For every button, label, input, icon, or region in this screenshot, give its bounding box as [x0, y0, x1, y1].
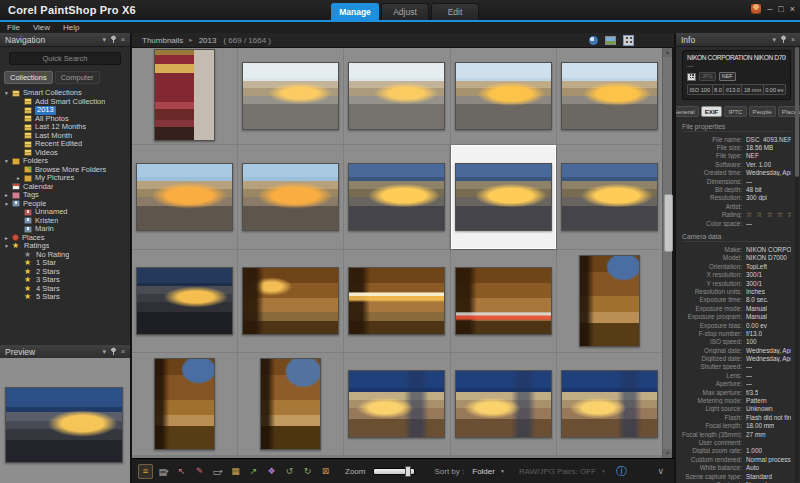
- nav-tree-item[interactable]: 2013: [0, 106, 130, 115]
- expander-icon[interactable]: [5, 242, 12, 251]
- nav-tree-item[interactable]: 5 Stars: [0, 293, 130, 302]
- info-scrollbar[interactable]: [795, 47, 799, 482]
- nav-tree-item[interactable]: Ratings: [0, 242, 130, 251]
- close-icon[interactable]: ×: [121, 348, 125, 356]
- palette-menu-icon[interactable]: ▤▾: [156, 464, 171, 479]
- thumbnail-cell[interactable]: [132, 48, 237, 144]
- nav-tab-computer[interactable]: Computer: [55, 71, 100, 84]
- info-help-icon[interactable]: ⓘ: [616, 464, 627, 478]
- photo-thumbnail[interactable]: [136, 267, 233, 335]
- thumbnail-cell[interactable]: [238, 250, 343, 352]
- expander-icon[interactable]: [5, 157, 12, 166]
- photo-thumbnail[interactable]: [136, 163, 233, 231]
- panel-menu-icon[interactable]: ▾: [102, 36, 106, 44]
- preview-mode-icon[interactable]: [605, 36, 616, 45]
- thumbnail-cell[interactable]: [344, 145, 449, 249]
- panel-menu-icon[interactable]: ▾: [772, 36, 776, 44]
- photo-thumbnail[interactable]: [242, 267, 339, 335]
- thumbnail-cell[interactable]: [451, 48, 556, 144]
- thumbnail-cell[interactable]: [344, 48, 449, 144]
- thumbnail-cell[interactable]: [132, 145, 237, 249]
- photo-thumbnail[interactable]: [561, 163, 658, 231]
- collapse-toolbar-icon[interactable]: ∨: [657, 466, 664, 476]
- photo-thumbnail[interactable]: [348, 62, 445, 130]
- breadcrumb-view[interactable]: Thumbnails: [142, 36, 183, 45]
- nav-tree-item[interactable]: Tags: [0, 191, 130, 200]
- expander-icon[interactable]: [5, 89, 12, 98]
- photo-thumbnail[interactable]: [579, 255, 640, 347]
- rotate-left-icon[interactable]: ↺: [282, 464, 297, 479]
- thumbnail-cell[interactable]: [344, 250, 449, 352]
- photo-thumbnail[interactable]: [154, 49, 215, 141]
- photo-thumbnail[interactable]: [561, 62, 658, 130]
- zoom-slider-thumb[interactable]: [405, 466, 411, 477]
- photo-thumbnail[interactable]: [561, 370, 658, 438]
- panel-menu-icon[interactable]: ▾: [102, 348, 106, 356]
- info-tab-exif[interactable]: EXIF: [701, 106, 723, 117]
- menu-file[interactable]: File: [7, 23, 20, 32]
- nav-tree-item[interactable]: 2 Stars: [0, 268, 130, 277]
- brush-tool-icon[interactable]: ✎: [192, 464, 207, 479]
- nav-tree-item[interactable]: Unnamed: [0, 208, 130, 217]
- pin-icon[interactable]: [110, 35, 117, 44]
- thumbnail-cell[interactable]: [344, 353, 449, 455]
- grid-scrollbar[interactable]: ▲ ▼: [662, 48, 672, 458]
- nav-tree-item[interactable]: All Photos: [0, 115, 130, 124]
- scrollbar-thumb[interactable]: [664, 194, 673, 252]
- preview-image-icon[interactable]: ▭▾: [210, 464, 225, 479]
- photo-thumbnail[interactable]: [348, 163, 445, 231]
- menu-view[interactable]: View: [33, 23, 50, 32]
- thumbnail-grid-icon[interactable]: [623, 35, 634, 46]
- photo-thumbnail[interactable]: [455, 62, 552, 130]
- nav-tree-item[interactable]: Add Smart Collection: [0, 98, 130, 107]
- map-view-icon[interactable]: [589, 36, 598, 45]
- close-icon[interactable]: ×: [121, 36, 125, 44]
- photo-thumbnail[interactable]: [455, 370, 552, 438]
- photo-thumbnail[interactable]: [455, 267, 552, 335]
- menu-help[interactable]: Help: [63, 23, 79, 32]
- nav-tree-item[interactable]: Places: [0, 234, 130, 243]
- nav-tree-item[interactable]: Smart Collections: [0, 89, 130, 98]
- breadcrumb-folder[interactable]: 2013: [199, 36, 217, 45]
- thumbnail-cell[interactable]: [132, 353, 237, 455]
- sort-by-dropdown[interactable]: Folder: [472, 467, 495, 476]
- pick-tool-icon[interactable]: ↖: [174, 464, 189, 479]
- nav-tree-item[interactable]: Marin: [0, 225, 130, 234]
- thumbnail-cell-selected[interactable]: [451, 145, 556, 249]
- thumbnail-cell[interactable]: [451, 250, 556, 352]
- info-tab-general[interactable]: General: [676, 106, 699, 117]
- thumbnail-cell[interactable]: [238, 353, 343, 455]
- expander-icon[interactable]: [5, 191, 12, 200]
- photo-thumbnail[interactable]: [242, 62, 339, 130]
- nav-tree-item[interactable]: 3 Stars: [0, 276, 130, 285]
- photo-thumbnail[interactable]: [260, 358, 321, 450]
- thumbnail-cell[interactable]: [557, 353, 662, 455]
- thumbnail-cell[interactable]: [451, 353, 556, 455]
- share-icon[interactable]: ↗: [246, 464, 261, 479]
- scroll-down-icon[interactable]: ▼: [663, 449, 672, 458]
- edit-photo-icon[interactable]: ▦: [228, 464, 243, 479]
- nav-tree-item[interactable]: Folders: [0, 157, 130, 166]
- zoom-slider[interactable]: [373, 468, 415, 475]
- workspace-tab-edit[interactable]: Edit: [431, 3, 479, 21]
- thumbnail-cell[interactable]: [132, 250, 237, 352]
- photo-thumbnail[interactable]: [455, 163, 552, 231]
- nav-tab-collections[interactable]: Collections: [4, 71, 53, 84]
- rotate-right-icon[interactable]: ↻: [300, 464, 315, 479]
- delete-icon[interactable]: ⊠: [318, 464, 333, 479]
- photo-thumbnail[interactable]: [154, 358, 215, 450]
- photo-thumbnail[interactable]: [348, 267, 445, 335]
- minimize-button[interactable]: –: [767, 4, 772, 14]
- thumbnail-cell[interactable]: [557, 145, 662, 249]
- nav-tree-item[interactable]: 1 Star: [0, 259, 130, 268]
- thumbnail-cell[interactable]: [557, 250, 662, 352]
- close-icon[interactable]: ×: [791, 36, 795, 44]
- workspace-tab-adjust[interactable]: Adjust: [381, 3, 429, 21]
- nav-tree-item[interactable]: Last 12 Months: [0, 123, 130, 132]
- expander-icon[interactable]: [5, 234, 12, 243]
- nav-tree-item[interactable]: No Rating: [0, 251, 130, 260]
- thumbnail-cell[interactable]: [557, 48, 662, 144]
- effects-icon[interactable]: ❖: [264, 464, 279, 479]
- expander-icon[interactable]: [17, 174, 24, 183]
- photo-thumbnail[interactable]: [242, 163, 339, 231]
